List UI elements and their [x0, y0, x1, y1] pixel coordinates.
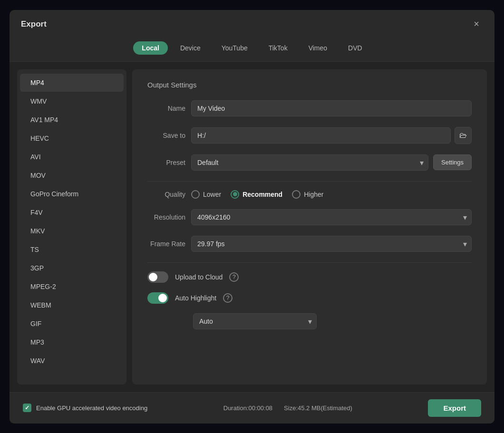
tab-local[interactable]: Local — [133, 41, 168, 55]
folder-browse-button[interactable]: 🗁 — [455, 127, 472, 144]
format-item-webm[interactable]: WEBM — [20, 296, 124, 314]
name-input[interactable] — [191, 100, 472, 116]
resolution-select-wrapper: 4096x2160 — [191, 209, 472, 225]
resolution-row: Resolution 4096x2160 — [147, 209, 472, 225]
duration-label: Duration:00:00:08 — [223, 404, 272, 412]
quality-higher-radio[interactable] — [292, 190, 300, 199]
export-button[interactable]: Export — [428, 399, 481, 417]
quality-higher-label: Higher — [304, 191, 323, 198]
frame-rate-row: Frame Rate 29.97 fps — [147, 236, 472, 252]
size-label: Size:45.2 MB(Estimated) — [284, 404, 352, 412]
gpu-label: Enable GPU accelerated video encoding — [36, 404, 147, 412]
quality-recommend-label: Recommend — [242, 191, 282, 198]
tab-youtube[interactable]: YouTube — [213, 41, 256, 55]
tab-device[interactable]: Device — [172, 41, 209, 55]
dialog-title: Export — [21, 19, 47, 29]
quality-recommend[interactable]: Recommend — [231, 190, 282, 199]
divider-1 — [147, 181, 472, 182]
auto-highlight-help-icon[interactable]: ? — [223, 293, 233, 303]
upload-cloud-toggle[interactable] — [147, 271, 168, 283]
dialog-header: Export × — [10, 10, 494, 36]
resolution-select[interactable]: 4096x2160 — [191, 209, 472, 225]
format-item-wmv[interactable]: WMV — [20, 92, 124, 110]
save-to-input[interactable] — [191, 127, 451, 144]
upload-cloud-row: Upload to Cloud ? — [147, 271, 472, 283]
close-button[interactable]: × — [470, 18, 483, 31]
format-item-f4v[interactable]: F4V — [20, 203, 124, 221]
preset-select[interactable]: Default — [191, 154, 428, 171]
divider-2 — [147, 262, 472, 263]
auto-highlight-select-wrapper: Auto — [193, 313, 317, 329]
quality-label: Quality — [147, 191, 185, 198]
tabs-bar: LocalDeviceYouTubeTikTokVimeoDVD — [10, 36, 494, 62]
export-dialog: Export × LocalDeviceYouTubeTikTokVimeoDV… — [10, 10, 494, 423]
name-row: Name — [147, 100, 472, 116]
save-to-controls: 🗁 — [191, 127, 472, 144]
gpu-checkbox[interactable] — [23, 404, 31, 412]
quality-lower-label: Lower — [203, 191, 221, 198]
save-to-row: Save to 🗁 — [147, 127, 472, 144]
auto-highlight-row: Auto Highlight ? — [147, 292, 472, 304]
dialog-overlay: Export × LocalDeviceYouTubeTikTokVimeoDV… — [0, 0, 504, 433]
footer-info: Duration:00:00:08 Size:45.2 MB(Estimated… — [223, 404, 352, 412]
format-item-ts[interactable]: TS — [20, 241, 124, 259]
format-item-av1mp4[interactable]: AV1 MP4 — [20, 111, 124, 129]
auto-highlight-dropdown-wrapper: Auto — [147, 313, 472, 329]
tab-tiktok[interactable]: TikTok — [260, 41, 296, 55]
upload-cloud-label: Upload to Cloud — [175, 273, 223, 281]
quality-higher[interactable]: Higher — [292, 190, 323, 199]
quality-lower-radio[interactable] — [191, 190, 200, 199]
format-item-mp3[interactable]: MP3 — [20, 333, 124, 351]
format-item-gopro[interactable]: GoPro Cineform — [20, 185, 124, 203]
format-item-mp4[interactable]: MP4 — [20, 74, 124, 92]
upload-cloud-help-icon[interactable]: ? — [229, 272, 239, 282]
auto-highlight-label: Auto Highlight — [175, 294, 216, 302]
tab-dvd[interactable]: DVD — [339, 41, 371, 55]
resolution-label: Resolution — [147, 213, 185, 221]
preset-select-wrapper: Default — [191, 154, 428, 171]
format-item-avi[interactable]: AVI — [20, 148, 124, 166]
preset-controls: Default Settings — [191, 154, 472, 171]
settings-panel: Output Settings Name Save to 🗁 Prese — [132, 69, 487, 385]
quality-options: Lower Recommend Higher — [191, 190, 323, 199]
main-content: MP4WMVAV1 MP4HEVCAVIMOVGoPro CineformF4V… — [10, 62, 494, 392]
frame-rate-label: Frame Rate — [147, 240, 185, 248]
quality-row: Quality Lower Recommend Higher — [147, 190, 472, 199]
format-list: MP4WMVAV1 MP4HEVCAVIMOVGoPro CineformF4V… — [17, 69, 126, 385]
preset-row: Preset Default Settings — [147, 154, 472, 171]
auto-highlight-select[interactable]: Auto — [193, 313, 317, 329]
quality-recommend-radio[interactable] — [231, 190, 239, 199]
format-item-wav[interactable]: WAV — [20, 352, 124, 370]
quality-lower[interactable]: Lower — [191, 190, 221, 199]
frame-rate-select[interactable]: 29.97 fps — [191, 236, 472, 252]
format-item-hevc[interactable]: HEVC — [20, 129, 124, 147]
footer: Enable GPU accelerated video encoding Du… — [10, 392, 494, 423]
format-item-mpeg2[interactable]: MPEG-2 — [20, 278, 124, 296]
settings-button[interactable]: Settings — [433, 154, 472, 170]
section-title: Output Settings — [147, 81, 472, 89]
format-item-gif[interactable]: GIF — [20, 315, 124, 333]
name-label: Name — [147, 105, 185, 112]
tab-vimeo[interactable]: Vimeo — [300, 41, 336, 55]
format-item-mov[interactable]: MOV — [20, 166, 124, 184]
preset-label: Preset — [147, 159, 185, 166]
frame-rate-select-wrapper: 29.97 fps — [191, 236, 472, 252]
auto-highlight-toggle[interactable] — [147, 292, 168, 304]
format-item-3gp[interactable]: 3GP — [20, 259, 124, 277]
format-item-mkv[interactable]: MKV — [20, 222, 124, 240]
gpu-check-area: Enable GPU accelerated video encoding — [23, 404, 147, 412]
save-to-label: Save to — [147, 132, 185, 139]
